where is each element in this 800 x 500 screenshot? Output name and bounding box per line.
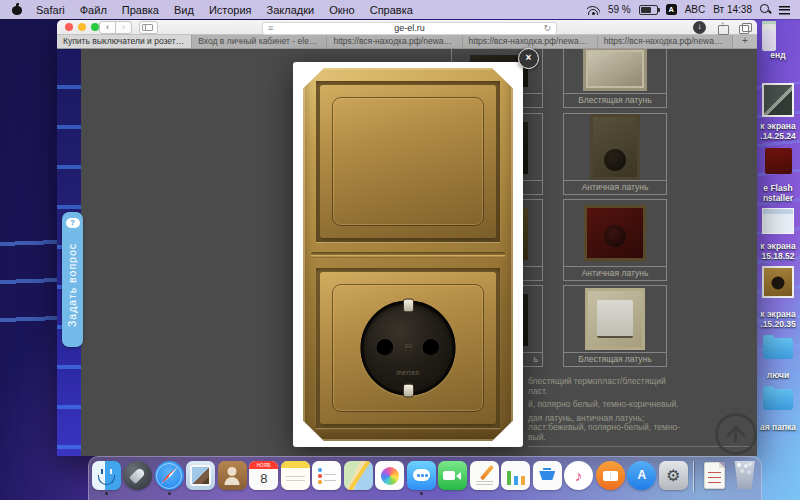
dock-icon[interactable]	[123, 461, 152, 490]
input-source-icon[interactable]: А	[666, 4, 677, 15]
scroll-to-top-button[interactable]	[715, 413, 757, 455]
show-tabs-button[interactable]	[738, 21, 752, 34]
reload-icon[interactable]: ↻	[543, 23, 551, 34]
dock-icon[interactable]	[596, 461, 625, 490]
desktop-icon[interactable]: к экрана .15.20.35	[756, 266, 800, 329]
downloads-button[interactable]: ↓	[693, 21, 706, 34]
product-thumbnail[interactable]: Античная латунь	[563, 113, 667, 195]
dock-icon[interactable]	[312, 461, 341, 490]
menu-item[interactable]: Правка	[122, 4, 159, 16]
spotlight-search-icon[interactable]	[760, 4, 771, 15]
dock-icon-sub-label	[312, 461, 341, 469]
dock-icon[interactable]	[92, 461, 121, 490]
dock-icon[interactable]	[155, 461, 184, 490]
desktop-icon[interactable]: енд	[756, 50, 800, 60]
running-indicator	[420, 492, 423, 495]
sidebar-toggle-button[interactable]	[139, 21, 158, 34]
zoom-window-button[interactable]	[91, 23, 99, 31]
dock-icon[interactable]	[218, 461, 247, 490]
desktop-icon[interactable]: к экрана .14.25.24	[756, 83, 800, 141]
dock-icon-sub-label	[627, 461, 656, 469]
dock-slot	[92, 461, 121, 495]
thumbnail-caption: Античная латунь	[564, 266, 666, 280]
dock-icon[interactable]	[470, 461, 499, 490]
dock-icon-sub-label	[438, 461, 467, 469]
mini-window-fragment	[762, 21, 776, 51]
reader-icon[interactable]: ≡	[268, 23, 273, 34]
dock-icon[interactable]	[281, 461, 310, 490]
share-button[interactable]: ↑	[716, 21, 729, 34]
wifi-icon[interactable]	[587, 5, 600, 15]
menu-item[interactable]: Файл	[80, 4, 107, 16]
dock-icon[interactable]	[344, 461, 373, 490]
socket-section: merten	[303, 255, 513, 442]
dock-icon[interactable]	[533, 461, 562, 490]
dock-icon[interactable]: A	[627, 461, 656, 490]
back-button[interactable]: ‹	[99, 21, 116, 34]
browser-tab[interactable]: https://вся-находка.рф/newadmin/ite...	[463, 35, 598, 48]
minimize-window-button[interactable]	[78, 23, 86, 31]
menu-item[interactable]: История	[209, 4, 252, 16]
dock-icon-sub-label	[705, 463, 724, 471]
desktop-icon-label: лючи	[756, 370, 800, 380]
desktop-icon-thumb	[763, 338, 793, 359]
browser-tab[interactable]: https://вся-находка.рф/newadmin/pa...	[598, 35, 733, 48]
close-window-button[interactable]	[65, 23, 73, 31]
notification-center-icon[interactable]	[779, 5, 790, 15]
desktop-icon[interactable]: e Flash nstaller	[756, 148, 800, 203]
product-thumbnail-grid: Блестящая латунь Античная латунь Антична…	[563, 49, 667, 367]
menu-item[interactable]: Окно	[329, 4, 355, 16]
desktop-icon-label: к экрана	[756, 309, 800, 319]
dock-icon[interactable]	[375, 461, 404, 490]
product-thumbnail[interactable]: Блестящая латунь	[563, 49, 667, 108]
menu-clock[interactable]: Вт 14:38	[713, 4, 752, 15]
modal-close-button[interactable]: ×	[518, 48, 539, 69]
menu-item[interactable]: Справка	[370, 4, 413, 16]
address-bar[interactable]: ≡ ge-el.ru ↻	[262, 22, 557, 35]
menu-item[interactable]: Вид	[174, 4, 194, 16]
product-thumbnail-image	[584, 205, 646, 261]
input-source-name[interactable]: ABC	[685, 4, 706, 15]
dock-icon[interactable]: ⚙	[659, 461, 688, 490]
dock-icon[interactable]: ♪	[564, 461, 593, 490]
dock-icon[interactable]	[186, 461, 215, 490]
switch-rocker	[320, 85, 496, 238]
new-tab-button[interactable]: +	[733, 35, 757, 48]
product-thumbnail[interactable]: Блестящая латунь	[563, 285, 667, 367]
description-line: ласт.	[528, 387, 756, 397]
dock-icon-sub-label	[155, 461, 184, 469]
ask-question-widget[interactable]: ? Задать вопрос	[62, 212, 83, 347]
apple-menu-icon[interactable]	[12, 4, 22, 15]
menu-item[interactable]: Safari	[36, 4, 65, 16]
dock-icon[interactable]	[501, 461, 530, 490]
tabs: Купить выключатели и розетки серии... Вх…	[57, 35, 733, 48]
browser-tab[interactable]: https://вся-находка.рф/newadmin/	[327, 35, 462, 48]
battery-icon[interactable]	[639, 5, 658, 15]
dock-slot	[375, 461, 404, 495]
dock-slot	[344, 461, 373, 495]
ask-question-label: Задать вопрос	[66, 231, 80, 339]
browser-tab[interactable]: Купить выключатели и розетки серии...	[57, 35, 192, 48]
dock-icon[interactable]	[733, 461, 756, 489]
desktop-icon[interactable]: ая папка	[756, 389, 800, 432]
desktop-icon[interactable]: лючи	[756, 338, 800, 380]
dock-icon[interactable]	[693, 461, 694, 492]
dock-icon[interactable]	[407, 461, 436, 490]
dock-slot: НОЯБ 8	[249, 461, 278, 495]
forward-button[interactable]: ›	[116, 21, 132, 34]
dock-icon-glyph: ♪	[564, 461, 593, 490]
menu-item[interactable]: Закладки	[267, 4, 315, 16]
dock-icon[interactable]	[704, 462, 725, 489]
dock-icon-glyph	[438, 461, 467, 490]
desktop-icon-thumb	[765, 148, 792, 174]
dock-icon-sub-label	[123, 461, 152, 469]
dock-icon[interactable]	[438, 461, 467, 490]
dock-icon-glyph	[218, 461, 247, 490]
product-thumbnail[interactable]: Античная латунь	[563, 199, 667, 281]
dock-icon-sub-label	[375, 461, 404, 469]
desktop-icon[interactable]: к экрана 15.18.52	[756, 208, 800, 261]
dock-icon[interactable]: НОЯБ 8	[249, 461, 278, 490]
dock-icon-sub-label	[186, 461, 215, 469]
question-cloud-icon: ?	[66, 218, 80, 228]
browser-tab[interactable]: Вход в личный кабинет - electro.style...	[192, 35, 327, 48]
